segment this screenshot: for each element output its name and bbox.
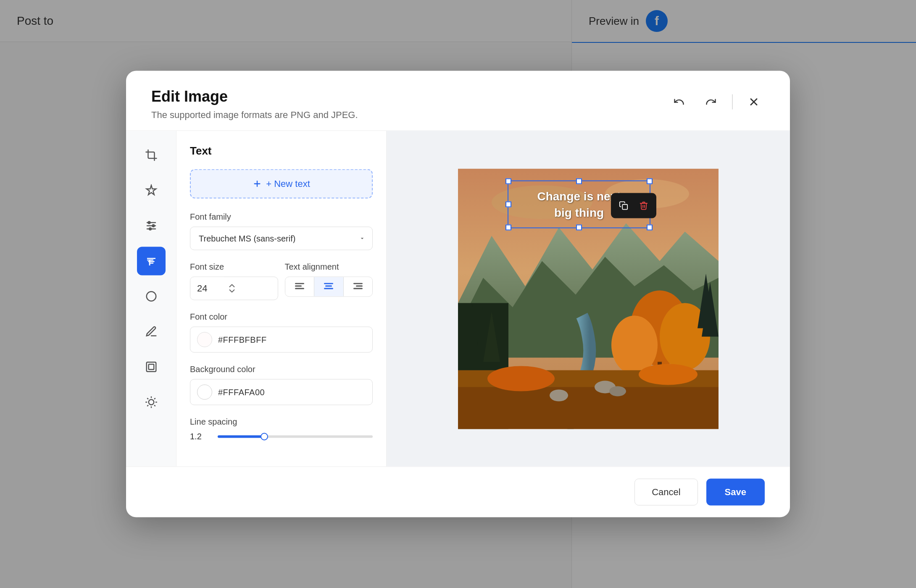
background-color-swatch [197, 385, 212, 400]
draw-tool-button[interactable] [137, 318, 166, 346]
font-family-select[interactable]: Trebuchet MS (sans-serif) Arial Georgia … [190, 227, 373, 250]
redo-button[interactable] [700, 91, 722, 113]
svg-point-35 [611, 315, 658, 374]
line-spacing-thumb [261, 433, 268, 440]
svg-point-43 [639, 364, 698, 385]
delete-text-button[interactable] [634, 196, 653, 215]
svg-rect-22 [356, 286, 363, 287]
panel-title: Text [190, 144, 373, 158]
close-button[interactable] [743, 91, 765, 113]
font-family-group: Font family Trebuchet MS (sans-serif) Ar… [190, 212, 373, 250]
svg-rect-15 [295, 283, 304, 284]
line-spacing-group: Line spacing 1.2 [190, 417, 373, 441]
svg-point-42 [487, 366, 555, 391]
svg-point-9 [146, 291, 156, 301]
alignment-wrapper: Text alignment [285, 262, 373, 297]
svg-rect-10 [146, 362, 156, 372]
font-color-group: Font color #FFFBFBFF [190, 312, 373, 353]
header-actions [668, 88, 765, 113]
font-color-picker[interactable]: #FFFBFBFF [190, 327, 373, 353]
svg-rect-11 [148, 364, 154, 370]
handle-bottom-right[interactable] [647, 224, 653, 230]
line-spacing-fill [218, 435, 264, 438]
handle-top-right[interactable] [647, 178, 653, 184]
save-button[interactable]: Save [706, 479, 765, 506]
svg-rect-19 [325, 286, 332, 287]
background-color-value: #FFFAFA00 [218, 387, 265, 397]
preview-in-label: Preview in [589, 15, 639, 28]
undo-button[interactable] [668, 91, 690, 113]
svg-point-6 [152, 225, 154, 227]
background-color-group: Background color #FFFAFA00 [190, 365, 373, 405]
svg-rect-20 [324, 288, 333, 289]
canvas-area: Change is nextbig thing [387, 131, 790, 467]
add-text-button[interactable]: + New text [190, 169, 373, 199]
align-right-button[interactable] [344, 277, 373, 297]
modal-title: Edit Image [151, 88, 358, 105]
preview-header: Preview in f [572, 0, 916, 43]
align-left-button[interactable] [285, 277, 315, 297]
handle-bottom-mid[interactable] [576, 224, 582, 230]
handle-bottom-left[interactable] [505, 224, 511, 230]
text-options-panel: Text + New text Font family Trebuchet MS… [176, 131, 387, 467]
line-spacing-value: 1.2 [190, 432, 211, 441]
text-alignment-label: Text alignment [285, 262, 373, 272]
facebook-icon: f [646, 10, 668, 32]
copy-text-button[interactable] [614, 196, 633, 215]
cancel-button[interactable]: Cancel [634, 479, 698, 506]
svg-point-40 [609, 386, 626, 396]
svg-point-12 [148, 399, 154, 405]
modal-subtitle: The supported image formats are PNG and … [151, 110, 358, 121]
font-size-alignment-row: Font size Text alignment [190, 262, 373, 300]
svg-point-5 [148, 222, 150, 224]
modal-footer: Cancel Save [126, 467, 790, 517]
text-overlay[interactable]: Change is nextbig thing [508, 180, 650, 228]
svg-rect-38 [458, 387, 719, 429]
background-color-label: Background color [190, 365, 373, 374]
handle-top-mid[interactable] [576, 178, 582, 184]
line-spacing-label: Line spacing [190, 417, 373, 427]
align-center-button[interactable] [314, 277, 344, 297]
font-size-wrapper: Font size [190, 262, 278, 300]
svg-point-7 [149, 228, 151, 230]
ai-tool-button[interactable] [137, 176, 166, 205]
modal-body: T [126, 131, 790, 467]
text-actions-toolbar [611, 193, 656, 218]
svg-point-41 [550, 389, 568, 401]
handle-top-left[interactable] [505, 178, 511, 184]
svg-rect-17 [295, 288, 304, 289]
font-color-label: Font color [190, 312, 373, 322]
image-container: Change is nextbig thing [458, 168, 719, 429]
font-size-alignment-group: Font size Text alignment [190, 262, 373, 300]
handle-mid-left[interactable] [505, 201, 511, 207]
font-family-label: Font family [190, 212, 373, 222]
crop-tool-button[interactable] [137, 141, 166, 170]
svg-text:T: T [147, 258, 152, 267]
adjust-tool-button[interactable] [137, 212, 166, 240]
left-toolbar: T [126, 131, 176, 467]
alignment-buttons [285, 277, 373, 297]
svg-rect-21 [353, 283, 363, 284]
font-size-input[interactable] [190, 277, 224, 300]
font-size-arrows[interactable] [224, 283, 240, 294]
post-to-label: Post to [17, 14, 53, 28]
font-color-value: #FFFBFBFF [218, 335, 267, 344]
shape-tool-button[interactable] [137, 282, 166, 311]
font-color-swatch [197, 332, 212, 347]
svg-rect-18 [324, 283, 333, 284]
background-color-picker[interactable]: #FFFAFA00 [190, 379, 373, 405]
modal-header: Edit Image The supported image formats a… [126, 71, 790, 131]
add-text-label: + New text [266, 178, 310, 189]
font-size-label: Font size [190, 262, 278, 272]
font-size-input-row [190, 277, 278, 300]
modal-title-section: Edit Image The supported image formats a… [151, 88, 358, 121]
line-spacing-slider[interactable] [218, 435, 373, 438]
header-divider [732, 94, 733, 110]
text-tool-button[interactable]: T [137, 247, 166, 276]
edit-image-modal: Edit Image The supported image formats a… [126, 71, 790, 517]
brightness-tool-button[interactable] [137, 388, 166, 417]
svg-rect-16 [295, 286, 302, 287]
line-spacing-row: 1.2 [190, 432, 373, 441]
frame-tool-button[interactable] [137, 353, 166, 381]
svg-rect-23 [353, 288, 363, 289]
